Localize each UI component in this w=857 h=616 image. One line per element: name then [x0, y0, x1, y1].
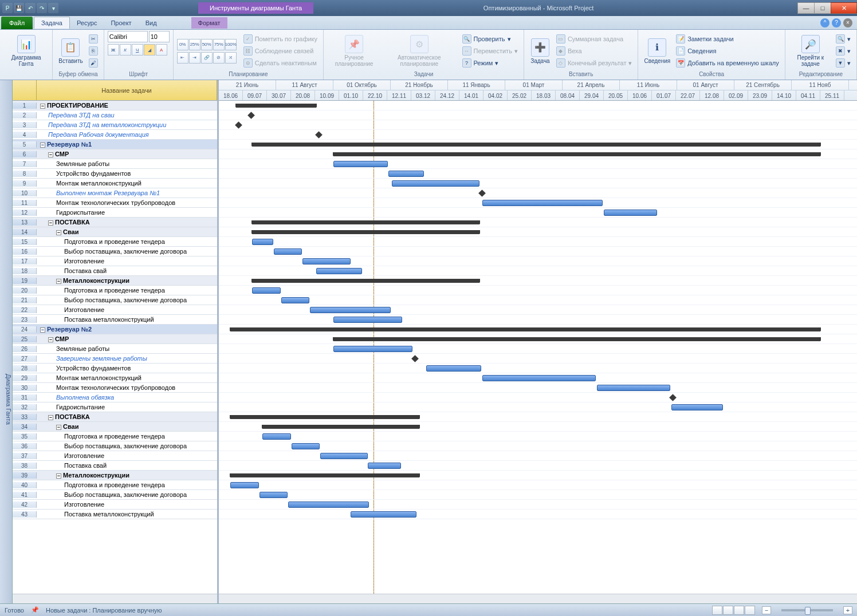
- collapse-toggle-icon[interactable]: −: [56, 425, 61, 430]
- gantt-bar[interactable]: [316, 268, 362, 274]
- zoom-in-button[interactable]: +: [843, 606, 852, 614]
- gantt-bar[interactable]: [292, 443, 320, 449]
- table-row[interactable]: 7Земляные работы: [13, 159, 217, 169]
- view-bar[interactable]: Диаграмма Ганта: [0, 80, 13, 603]
- name-column-header[interactable]: Название задачи: [37, 80, 217, 100]
- collapse-toggle-icon[interactable]: −: [48, 415, 53, 420]
- gantt-bar[interactable]: [333, 346, 412, 352]
- minimize-ribbon-icon[interactable]: ^: [820, 18, 830, 27]
- gantt-bar[interactable]: [262, 433, 291, 440]
- unlink-button[interactable]: ⊘: [213, 52, 225, 64]
- task-name-cell[interactable]: Поставка свай: [37, 462, 217, 469]
- tab-resource[interactable]: Ресурс: [70, 17, 104, 29]
- table-row[interactable]: 15Подготовка и проведение тендера: [13, 237, 217, 247]
- manual-schedule-button[interactable]: 📌 Ручное планирование: [327, 34, 381, 68]
- gantt-bar[interactable]: [252, 287, 281, 294]
- task-name-cell[interactable]: −СМР: [37, 335, 217, 342]
- zoom-out-button[interactable]: −: [762, 606, 771, 614]
- table-row[interactable]: 11Монтаж технологических трубопроводов: [13, 198, 217, 208]
- gantt-bar[interactable]: [310, 307, 391, 313]
- table-row[interactable]: 20Подготовка и проведение тендера: [13, 286, 217, 295]
- minimize-button[interactable]: —: [797, 2, 815, 14]
- task-name-cell[interactable]: −ПОСТАВКА: [37, 219, 217, 226]
- gantt-bar[interactable]: [260, 492, 288, 498]
- help-icon[interactable]: ?: [832, 18, 841, 27]
- task-name-cell[interactable]: Поставка свай: [37, 267, 217, 274]
- task-name-cell[interactable]: Гидроиспытание: [37, 209, 217, 216]
- paste-button[interactable]: 📋 Вставить: [56, 37, 85, 65]
- collapse-toggle-icon[interactable]: −: [56, 279, 61, 284]
- collapse-toggle-icon[interactable]: −: [56, 473, 61, 479]
- table-row[interactable]: 1−ПРОЕКТИРОВАНИЕ: [13, 101, 217, 110]
- gantt-hscroll[interactable]: [219, 594, 857, 603]
- task-name-cell[interactable]: Передана ЗТД на сваи: [37, 112, 217, 119]
- task-name-cell[interactable]: Поставка металлоконструкций: [37, 316, 217, 323]
- scroll-to-task-button[interactable]: 🔎 Перейти к задаче: [789, 34, 832, 68]
- task-name-cell[interactable]: Изготовление: [37, 306, 217, 313]
- view-sheet-icon[interactable]: [745, 606, 755, 615]
- table-row[interactable]: 5−Резервуар №1: [13, 140, 217, 149]
- task-name-cell[interactable]: Выбор поставщика, заключение договора: [37, 491, 217, 498]
- task-name-cell[interactable]: Земляные работы: [37, 345, 217, 352]
- gantt-summary-bar[interactable]: [252, 279, 479, 283]
- task-name-cell[interactable]: Завершены земляные работы: [37, 355, 217, 362]
- tab-task[interactable]: Задача: [34, 17, 70, 29]
- view-usage-icon[interactable]: [723, 606, 733, 615]
- mode-button[interactable]: ?Режим ▾: [460, 57, 520, 69]
- table-row[interactable]: 29Монтаж металлоконструкций: [13, 373, 217, 383]
- table-row[interactable]: 19−Металлоконструкции: [13, 276, 217, 286]
- tab-file[interactable]: Файл: [1, 17, 33, 29]
- collapse-toggle-icon[interactable]: −: [40, 327, 45, 333]
- task-name-cell[interactable]: Монтаж технологических трубопроводов: [37, 384, 217, 391]
- tab-format[interactable]: Формат: [191, 17, 227, 29]
- timescale-header[interactable]: 21 Июнь11 Август01 Октябрь21 Ноябрь11 Ян…: [219, 80, 857, 101]
- table-row[interactable]: 32Гидроиспытание: [13, 402, 217, 412]
- gantt-bar[interactable]: [368, 463, 401, 469]
- task-name-cell[interactable]: Монтаж металлоконструкций: [37, 374, 217, 381]
- find-button[interactable]: 🔍▾: [834, 33, 853, 45]
- outdent-button[interactable]: ⇤: [177, 52, 188, 64]
- collapse-toggle-icon[interactable]: −: [40, 143, 45, 148]
- table-row[interactable]: 6−СМР: [13, 149, 217, 159]
- gantt-bar[interactable]: [482, 200, 603, 206]
- copy-button[interactable]: ⎘: [87, 45, 100, 57]
- gantt-summary-bar[interactable]: [333, 152, 820, 156]
- pct-25[interactable]: 25%: [189, 39, 201, 50]
- gantt-summary-bar[interactable]: [252, 230, 479, 234]
- milestone-button[interactable]: ◆Веха: [554, 45, 635, 57]
- format-painter-button[interactable]: 🖌: [87, 57, 100, 69]
- table-row[interactable]: 40Подготовка и проведение тендера: [13, 480, 217, 490]
- table-row[interactable]: 14−Сваи: [13, 227, 217, 237]
- info-button[interactable]: ℹ Сведения: [642, 37, 673, 65]
- view-team-icon[interactable]: [734, 606, 744, 615]
- collapse-toggle-icon[interactable]: −: [40, 104, 45, 109]
- gantt-bar[interactable]: [274, 248, 302, 255]
- table-row[interactable]: 17Изготовление: [13, 256, 217, 266]
- gantt-summary-bar[interactable]: [236, 104, 316, 108]
- bold-button[interactable]: Ж: [108, 44, 119, 56]
- gantt-summary-bar[interactable]: [252, 220, 479, 224]
- task-name-cell[interactable]: Выбор поставщика, заключение договора: [37, 248, 217, 255]
- inactivate-button[interactable]: ⊖Сделать неактивным: [241, 57, 320, 69]
- table-row[interactable]: 9Монтаж металлоконструкций: [13, 179, 217, 188]
- task-name-cell[interactable]: Монтаж технологических трубопроводов: [37, 199, 217, 206]
- task-name-cell[interactable]: −Сваи: [37, 228, 217, 235]
- task-name-cell[interactable]: Подготовка и проведение тендера: [37, 481, 217, 488]
- gantt-bar[interactable]: [281, 297, 309, 303]
- app-icon[interactable]: P: [2, 3, 13, 13]
- table-row[interactable]: 36Выбор поставщика, заключение договора: [13, 441, 217, 451]
- split-button[interactable]: ⤮: [225, 52, 237, 64]
- table-row[interactable]: 18Поставка свай: [13, 266, 217, 276]
- zoom-slider[interactable]: [781, 609, 833, 611]
- task-name-cell[interactable]: Выполнен монтаж Резервуара №1: [37, 189, 217, 196]
- mark-on-track-button[interactable]: ✓Пометить по графику: [241, 33, 320, 45]
- gantt-bar[interactable]: [302, 258, 351, 264]
- task-name-cell[interactable]: Поставка металлоконструкций: [37, 511, 217, 518]
- respect-links-button[interactable]: ⛓Соблюдение связей: [241, 45, 320, 57]
- task-name-cell[interactable]: Земляные работы: [37, 160, 217, 167]
- gantt-bar[interactable]: [320, 453, 368, 459]
- task-name-cell[interactable]: Подготовка и проведение тендера: [37, 238, 217, 245]
- gantt-summary-bar[interactable]: [333, 337, 820, 341]
- maximize-button[interactable]: □: [814, 2, 831, 14]
- gantt-milestone[interactable]: [315, 131, 323, 139]
